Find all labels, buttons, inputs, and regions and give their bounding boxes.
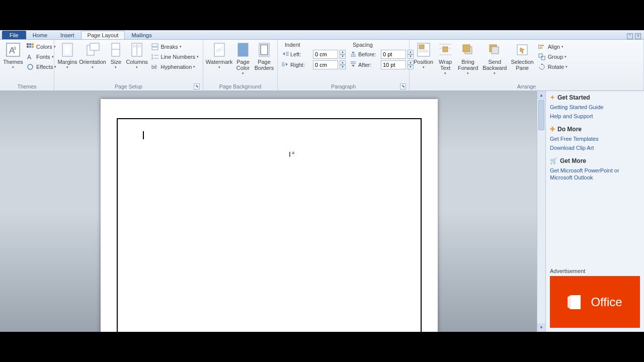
tab-page-layout[interactable]: Page Layout — [81, 31, 125, 39]
breaks-icon — [151, 43, 159, 51]
indent-right-up[interactable]: ▲ — [340, 60, 346, 65]
page-color-icon — [235, 42, 251, 58]
getmore-header: 🛒 Get More — [550, 157, 640, 164]
selection-pane-button[interactable]: Selection Pane — [509, 41, 535, 71]
effects-icon — [26, 63, 34, 71]
send-backward-button[interactable]: Send Backward▾ — [480, 41, 509, 75]
document-area[interactable]: I ▲ ▼ — [0, 91, 545, 332]
text-caret — [143, 131, 144, 139]
spacing-after-icon — [350, 61, 357, 69]
link-free-templates[interactable]: Get Free Templates — [550, 134, 640, 143]
link-download-clipart[interactable]: Download Clip Art — [550, 143, 640, 152]
help-icon[interactable]: ? — [635, 33, 641, 39]
spacing-after-label: After: — [358, 62, 379, 68]
themes-icon: Aa — [5, 42, 21, 58]
task-pane: ✦ Get Started Getting Started Guide Help… — [545, 91, 644, 332]
spacing-after-input[interactable] — [381, 60, 406, 69]
fonts-icon: A — [26, 53, 34, 61]
breaks-button[interactable]: Breaks▾ — [149, 42, 201, 52]
scroll-up-icon[interactable]: ▲ — [537, 91, 545, 100]
bring-forward-button[interactable]: Bring Forward▾ — [455, 41, 480, 75]
page-border: I — [117, 118, 422, 332]
line-numbers-icon: 12 — [151, 53, 159, 61]
position-icon — [416, 42, 432, 58]
wrap-text-icon — [437, 42, 453, 58]
paragraph-dialog-launcher[interactable]: ⬊ — [400, 83, 406, 89]
tab-mailings[interactable]: Mailings — [125, 31, 158, 39]
themes-button[interactable]: Aa Themes ▾ — [2, 41, 24, 69]
vertical-scrollbar[interactable]: ▲ ▼ — [537, 91, 545, 332]
orientation-button[interactable]: Orientation▾ — [78, 41, 107, 69]
ibeam-cursor-icon: I — [289, 150, 293, 158]
indent-right-down[interactable]: ▼ — [340, 65, 346, 69]
link-getting-started-guide[interactable]: Getting Started Guide — [550, 103, 640, 112]
colors-button[interactable]: Colors▾ — [24, 42, 58, 52]
office-ad[interactable]: Office — [550, 276, 640, 328]
spacing-before-input[interactable] — [381, 50, 406, 59]
position-button[interactable]: Position▾ — [412, 41, 435, 69]
link-get-office[interactable]: Get Microsoft PowerPoint or Microsoft Ou… — [550, 166, 640, 182]
size-button[interactable]: Size▾ — [107, 41, 125, 69]
svg-point-10 — [28, 64, 33, 69]
getstarted-header: ✦ Get Started — [550, 94, 640, 101]
tab-file[interactable]: File — [2, 31, 26, 39]
ribbon-minimize-icon[interactable]: ˄ — [627, 33, 633, 39]
svg-rect-55 — [463, 45, 470, 52]
svg-rect-14 — [90, 43, 99, 50]
effects-button[interactable]: Effects▾ — [24, 62, 58, 72]
svg-rect-24 — [152, 47, 158, 50]
svg-rect-32 — [238, 43, 248, 56]
domore-header: ✚ Do More — [550, 126, 640, 133]
svg-rect-5 — [32, 43, 34, 45]
indent-left-input[interactable] — [313, 50, 338, 59]
margins-icon — [59, 42, 75, 58]
rotate-button[interactable]: Rotate▾ — [536, 62, 570, 72]
svg-rect-3 — [27, 43, 29, 45]
send-backward-icon — [487, 42, 503, 58]
columns-icon — [129, 42, 145, 58]
hyphenation-button[interactable]: bē Hyphenation▾ — [149, 62, 201, 72]
line-numbers-button[interactable]: 12 Line Numbers▾ — [149, 52, 201, 62]
bring-forward-icon — [460, 42, 476, 58]
group-button[interactable]: Group▾ — [536, 52, 570, 62]
page-borders-button[interactable]: Page Borders — [253, 41, 275, 71]
margins-button[interactable]: Margins▾ — [56, 41, 78, 69]
watermark-button[interactable]: ABC Watermark▾ — [205, 41, 233, 69]
svg-marker-65 — [568, 295, 571, 309]
group-label-pagesetup: Page Setup⬊ — [56, 82, 201, 90]
svg-text:2: 2 — [151, 57, 153, 60]
group-themes: Aa Themes ▾ Colors▾ A Fonts▾ — [0, 40, 54, 90]
svg-rect-23 — [152, 44, 158, 46]
pagesetup-dialog-launcher[interactable]: ⬊ — [194, 83, 200, 89]
page-color-button[interactable]: Page Color▾ — [233, 41, 253, 75]
fonts-button[interactable]: A Fonts▾ — [24, 52, 58, 62]
svg-rect-60 — [540, 45, 544, 46]
svg-rect-62 — [539, 54, 542, 57]
tab-home[interactable]: Home — [26, 31, 54, 39]
size-icon — [108, 42, 124, 58]
svg-rect-46 — [419, 45, 424, 49]
orientation-icon — [85, 42, 101, 58]
tab-insert[interactable]: Insert — [54, 31, 81, 39]
group-paragraph: Indent Left: ▲▼ Right: ▲▼ Sp — [278, 40, 410, 90]
scroll-thumb[interactable] — [538, 100, 544, 130]
indent-right-icon — [282, 61, 289, 69]
svg-rect-6 — [27, 46, 29, 48]
indent-right-input[interactable] — [313, 60, 338, 69]
group-label-arrange: Arrange — [412, 82, 641, 90]
indent-left-up[interactable]: ▲ — [340, 50, 346, 54]
scroll-down-icon[interactable]: ▼ — [537, 323, 545, 332]
svg-rect-49 — [443, 47, 448, 52]
group-page-background: ABC Watermark▾ Page Color▾ Page Borders … — [203, 40, 278, 90]
svg-text:a: a — [13, 45, 17, 51]
indent-left-down[interactable]: ▼ — [340, 54, 346, 59]
ribbon-tabs: File Home Insert Page Layout Mailings ˄ … — [0, 30, 644, 40]
align-icon — [538, 43, 546, 51]
ribbon: Aa Themes ▾ Colors▾ A Fonts▾ — [0, 40, 644, 91]
align-button[interactable]: Align▾ — [536, 42, 570, 52]
link-help-support[interactable]: Help and Support — [550, 112, 640, 121]
app-window: File Home Insert Page Layout Mailings ˄ … — [0, 30, 644, 332]
wrap-text-button[interactable]: Wrap Text▾ — [435, 41, 455, 75]
document-page[interactable]: I — [101, 99, 438, 332]
columns-button[interactable]: Columns▾ — [125, 41, 149, 69]
